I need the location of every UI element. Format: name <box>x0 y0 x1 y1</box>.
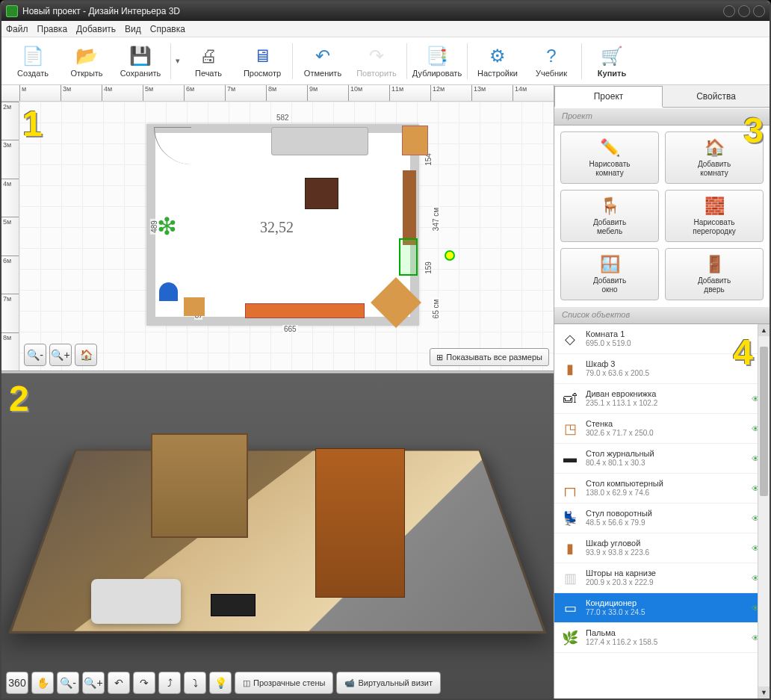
rotate-right-button[interactable]: ↷ <box>133 672 155 694</box>
toolbar-label: Просмотр <box>244 69 281 78</box>
lighting-button[interactable]: 💡 <box>209 672 232 694</box>
action-Добавить-мебель[interactable]: 🪑Добавитьмебель <box>560 190 659 242</box>
zoom-in-3d-button[interactable]: 🔍+ <box>82 672 105 694</box>
area-label: 32,52 <box>260 219 294 236</box>
plan-wallunit[interactable] <box>403 170 416 245</box>
plan-desk[interactable] <box>184 297 205 316</box>
floor-plan[interactable]: 1 32,52 582 347 см 154 159 65 см 489 95 … <box>19 102 554 371</box>
plan-ac-selected[interactable] <box>399 238 418 276</box>
object-dims: 79.0 x 63.6 x 200.5 <box>586 369 746 378</box>
toolbar-Открыть[interactable]: 📂Открыть <box>60 40 114 83</box>
action-label: Добавитьдверь <box>698 276 731 294</box>
tab-project[interactable]: Проект <box>554 86 663 108</box>
show-dimensions-button[interactable]: ⊞ Показывать все размеры <box>430 348 549 366</box>
toolbar-label: Создать <box>17 69 49 78</box>
floor-3d <box>8 450 547 634</box>
object-row-Шкаф угловой[interactable]: ▮Шкаф угловой93.9 x 93.8 x 223.6👁 <box>554 533 770 563</box>
toolbar-Сохранить[interactable]: 💾Сохранить <box>114 40 167 83</box>
toolbar-Дублировать[interactable]: 📑Дублировать <box>410 40 464 83</box>
pan-button[interactable]: ✋ <box>31 672 54 694</box>
action-Добавить-дверь[interactable]: 🚪Добавитьдверь <box>665 248 764 300</box>
maximize-button[interactable] <box>738 5 750 17</box>
section-header-objects: Список объектов <box>554 306 770 324</box>
view-3d[interactable]: 2 360 ✋ 🔍- 🔍+ ↶ ↷ ⤴ ⤵ 💡 ◫ <box>1 374 554 699</box>
menu-вид[interactable]: Вид <box>125 24 141 34</box>
action-Нарисовать-перегородку[interactable]: 🧱Нарисоватьперегородку <box>665 190 764 242</box>
object-icon: ▥ <box>560 569 580 588</box>
plan-chair[interactable] <box>159 282 178 301</box>
object-row-Стул поворотный[interactable]: 💺Стул поворотный48.5 x 56.6 x 79.9👁 <box>554 504 770 533</box>
plan-corner-wardrobe[interactable] <box>371 277 421 328</box>
rotate360-button[interactable]: 360 <box>6 672 28 694</box>
object-name: Стол журнальный <box>586 449 746 459</box>
object-name: Диван еврокнижка <box>586 389 746 399</box>
object-row-Кондиционер[interactable]: ▭Кондиционер77.0 x 33.0 x 24.5👁 <box>554 593 770 623</box>
toolbar-Повторить[interactable]: ↷Повторить <box>350 40 403 83</box>
object-row-Стенка[interactable]: ◳Стенка302.6 x 71.7 x 250.0👁 <box>554 414 770 444</box>
toolbar-Отменить[interactable]: ↶Отменить <box>296 40 350 83</box>
object-row-Пальма[interactable]: 🌿Пальма127.4 x 116.2 x 158.5👁 <box>554 623 770 653</box>
toolbar-Создать[interactable]: 📄Создать <box>6 40 60 83</box>
plan-tvunit[interactable] <box>245 303 365 318</box>
menubar: ФайлПравкаДобавитьВидСправка <box>1 21 770 37</box>
menu-правка[interactable]: Правка <box>37 24 68 34</box>
menu-файл[interactable]: Файл <box>6 24 28 34</box>
scroll-up-button[interactable]: ▲ <box>758 324 770 336</box>
object-icon: 🛋 <box>560 389 580 409</box>
menu-добавить[interactable]: Добавить <box>76 24 116 34</box>
selection-handle[interactable] <box>445 250 455 261</box>
tab-properties[interactable]: Свойства <box>663 85 770 107</box>
overlay-3: 3 <box>743 110 764 151</box>
object-row-Стол компьютерный[interactable]: ┌┐Стол компьютерный138.0 x 62.9 x 74.6👁 <box>554 474 770 504</box>
scrollbar[interactable]: ▲ ▼ <box>758 324 770 699</box>
bookshelf-3d <box>315 448 405 598</box>
Повторить-icon: ↷ <box>365 45 388 67</box>
plan-sofa[interactable] <box>271 127 368 155</box>
rotate-left-button[interactable]: ↶ <box>108 672 130 694</box>
zoom-in-button[interactable]: 🔍+ <box>49 344 72 366</box>
toolbar-Просмотр[interactable]: 🖥Просмотр <box>235 40 289 83</box>
object-dims: 77.0 x 33.0 x 24.5 <box>586 608 746 617</box>
toolbar-Печать[interactable]: 🖨Печать <box>182 40 235 83</box>
object-row-Диван еврокнижка[interactable]: 🛋Диван еврокнижка235.1 x 113.1 x 102.2👁 <box>554 384 770 414</box>
object-dims: 138.0 x 62.9 x 74.6 <box>586 489 746 498</box>
room-outline[interactable]: 32,52 582 347 см 154 159 65 см 489 95 66… <box>146 124 419 326</box>
virtual-tour-button[interactable]: 📹 Виртуальный визит <box>336 672 441 694</box>
action-icon: 🧱 <box>704 196 725 217</box>
action-Нарисовать-комнату[interactable]: ✏️Нарисоватькомнату <box>560 131 659 184</box>
action-Добавить-окно[interactable]: 🪟Добавитьокно <box>560 248 659 300</box>
object-dims: 302.6 x 71.7 x 250.0 <box>586 429 746 438</box>
transparent-walls-button[interactable]: ◫ Прозрачные стены <box>235 672 333 694</box>
Печать-icon: 🖨 <box>197 45 220 67</box>
dim-b2: 665 <box>282 325 298 333</box>
tilt-up-button[interactable]: ⤴ <box>158 672 181 694</box>
object-dims: 93.9 x 93.8 x 223.6 <box>586 548 746 557</box>
object-icon: 🌿 <box>560 628 580 648</box>
zoom-out-3d-button[interactable]: 🔍- <box>57 672 79 694</box>
home-button[interactable]: 🏠 <box>75 344 97 366</box>
object-icon: ▮ <box>560 359 580 379</box>
plan-table[interactable] <box>305 178 338 209</box>
toolbar-Учебник[interactable]: ?Учебник <box>524 40 578 83</box>
overlay-2: 2 <box>9 378 29 419</box>
toolbar-label: Сохранить <box>120 69 161 78</box>
zoom-out-button[interactable]: 🔍- <box>24 344 46 366</box>
scroll-down-button[interactable]: ▼ <box>758 687 770 699</box>
tilt-down-button[interactable]: ⤵ <box>184 672 206 694</box>
toolbar-dropdown[interactable]: ▾ <box>174 40 182 83</box>
action-label: Нарисоватькомнату <box>589 160 631 178</box>
toolbar-Настройки[interactable]: ⚙Настройки <box>471 40 524 83</box>
toolbar-label: Купить <box>598 69 626 78</box>
minimize-button[interactable] <box>723 5 735 17</box>
scroll-thumb[interactable] <box>760 347 768 496</box>
close-button[interactable] <box>753 5 765 17</box>
object-name: Шторы на карнизе <box>586 569 746 578</box>
object-icon: ◇ <box>560 329 580 349</box>
plan-plant[interactable]: ❇ <box>157 215 187 245</box>
object-row-Стол журнальный[interactable]: ▬Стол журнальный80.4 x 80.1 x 30.3👁 <box>554 444 770 474</box>
plan-wardrobe[interactable] <box>402 126 428 155</box>
toolbar-Купить[interactable]: 🛒Купить <box>585 40 639 83</box>
object-dims: 235.1 x 113.1 x 102.2 <box>586 399 746 408</box>
object-row-Шторы на карнизе[interactable]: ▥Шторы на карнизе200.9 x 20.3 x 222.9👁 <box>554 563 770 593</box>
menu-справка[interactable]: Справка <box>150 24 185 34</box>
